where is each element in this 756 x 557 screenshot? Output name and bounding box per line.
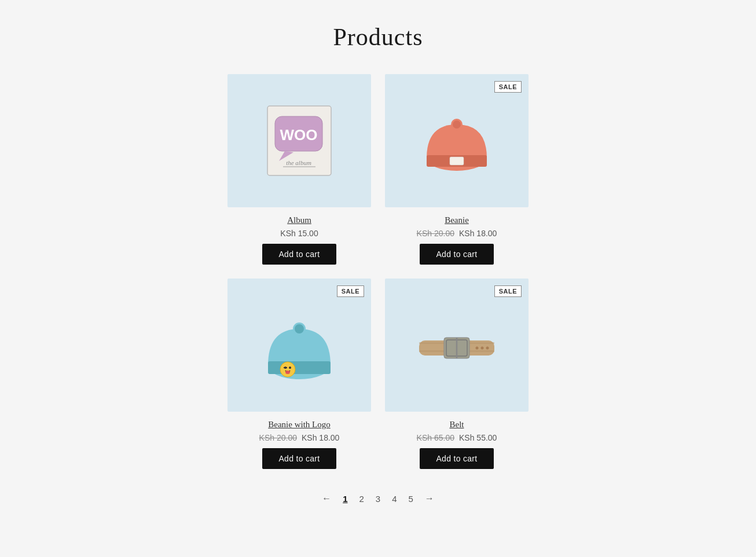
products-grid: WOO the album Album KSh 15.00 Add to car… [227, 74, 529, 469]
pagination: ← 1 2 3 4 5 → [12, 492, 744, 505]
price-original-belt: KSh 65.00 [417, 433, 454, 442]
svg-point-10 [453, 120, 461, 129]
pagination-page-1[interactable]: 1 [339, 493, 351, 505]
price-regular-album: KSh 15.00 [280, 229, 318, 238]
product-image-album: WOO the album [227, 74, 371, 207]
price-sale-beanie-logo: KSh 18.00 [302, 433, 339, 442]
add-to-cart-belt[interactable]: Add to cart [420, 448, 493, 469]
product-card-belt: SALE B [385, 278, 529, 469]
product-card-beanie: SALE Beanie KSh 20.00 [385, 74, 529, 265]
pagination-prev[interactable]: ← [318, 492, 335, 505]
product-name-belt[interactable]: Belt [450, 420, 464, 430]
price-original-beanie-logo: KSh 20.00 [259, 433, 297, 442]
product-price-beanie: KSh 20.00 KSh 18.00 [417, 229, 497, 238]
pagination-page-2[interactable]: 2 [355, 493, 367, 505]
product-image-belt: SALE [385, 278, 529, 412]
product-price-belt: KSh 65.00 KSh 55.00 [417, 433, 497, 442]
pagination-next[interactable]: → [421, 492, 438, 505]
svg-point-18 [285, 371, 290, 374]
beanie-logo-illustration [253, 299, 346, 391]
sale-badge-beanie: SALE [494, 81, 522, 93]
belt-illustration [410, 299, 503, 391]
product-image-beanie: SALE [385, 74, 529, 207]
price-sale-belt: KSh 55.00 [459, 433, 497, 442]
pagination-page-3[interactable]: 3 [372, 493, 384, 505]
svg-point-14 [295, 324, 304, 334]
album-illustration: WOO the album [253, 94, 346, 187]
svg-rect-12 [268, 361, 331, 374]
svg-text:the album: the album [286, 159, 311, 166]
svg-point-27 [481, 347, 484, 350]
product-name-album[interactable]: Album [287, 215, 311, 225]
svg-point-17 [289, 367, 291, 369]
product-card-beanie-logo: SALE [227, 278, 371, 469]
add-to-cart-beanie-logo[interactable]: Add to cart [262, 448, 336, 469]
page-wrapper: Products WOO the album [0, 0, 756, 540]
beanie-illustration [410, 94, 503, 187]
sale-badge-belt: SALE [494, 285, 522, 297]
product-image-beanie-logo: SALE [227, 278, 371, 412]
product-name-beanie-logo[interactable]: Beanie with Logo [268, 420, 330, 430]
page-title: Products [12, 23, 744, 51]
pagination-page-5[interactable]: 5 [405, 493, 417, 505]
svg-point-28 [486, 347, 489, 350]
product-price-album: KSh 15.00 [280, 229, 318, 238]
product-price-beanie-logo: KSh 20.00 KSh 18.00 [259, 433, 340, 442]
add-to-cart-album[interactable]: Add to cart [262, 244, 336, 265]
price-original-beanie: KSh 20.00 [417, 229, 454, 238]
add-to-cart-beanie[interactable]: Add to cart [420, 244, 493, 265]
pagination-page-4[interactable]: 4 [388, 493, 400, 505]
product-name-beanie[interactable]: Beanie [445, 215, 469, 225]
svg-rect-8 [450, 157, 464, 165]
svg-point-15 [280, 362, 295, 377]
svg-text:WOO: WOO [280, 126, 318, 144]
product-card-album: WOO the album Album KSh 15.00 Add to car… [227, 74, 371, 265]
price-sale-beanie: KSh 18.00 [459, 229, 497, 238]
svg-point-26 [476, 347, 479, 350]
sale-badge-beanie-logo: SALE [337, 285, 364, 297]
